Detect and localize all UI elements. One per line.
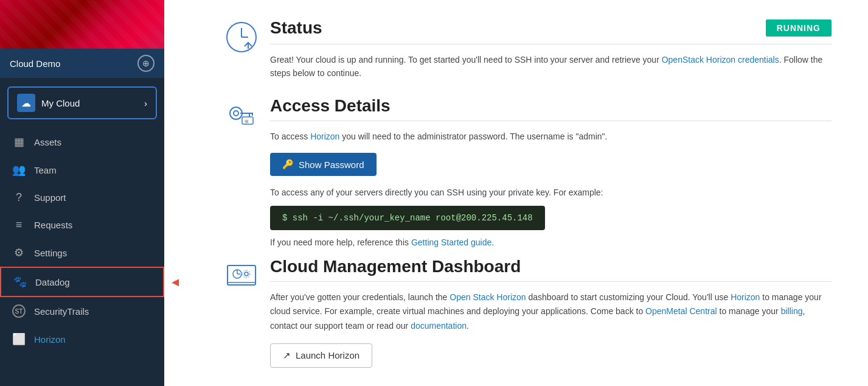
horizon-link2[interactable]: Horizon bbox=[731, 292, 760, 302]
datadog-icon: 🐾 bbox=[13, 275, 27, 289]
svg-point-17 bbox=[245, 272, 248, 276]
requests-label: Requests bbox=[34, 220, 72, 230]
cloud-mgmt-icon-container bbox=[225, 259, 258, 295]
help-text: If you need more help, reference this Ge… bbox=[270, 237, 832, 247]
arrow-indicator: ◄ bbox=[169, 275, 181, 289]
access-keys-icon: ⊞ bbox=[225, 99, 258, 132]
my-cloud-label: My Cloud bbox=[41, 98, 80, 108]
my-cloud-button[interactable]: ☁ My Cloud › bbox=[7, 86, 157, 119]
access-icon-container: ⊞ bbox=[225, 99, 258, 134]
show-password-label: Show Password bbox=[299, 160, 364, 170]
sidebar-item-settings[interactable]: ⚙ Settings bbox=[0, 239, 164, 267]
billing-link[interactable]: billing bbox=[781, 306, 803, 316]
open-stack-link[interactable]: Open Stack Horizon bbox=[450, 292, 526, 302]
securitytrails-label: SecurityTrails bbox=[34, 306, 89, 317]
ssh-command-block: $ ssh -i ~/.ssh/your_key_name root@200.2… bbox=[270, 206, 545, 230]
team-icon: 👥 bbox=[12, 163, 26, 177]
running-badge: RUNNING bbox=[766, 19, 832, 37]
settings-icon: ⚙ bbox=[12, 246, 26, 259]
access-description: To access Horizon you will need to the a… bbox=[270, 130, 832, 143]
team-label: Team bbox=[34, 165, 57, 175]
svg-point-18 bbox=[243, 270, 250, 278]
cloud-demo-icon: ⊕ bbox=[137, 55, 155, 72]
ssh-command-text: $ ssh -i ~/.ssh/your_key_name root@200.2… bbox=[282, 213, 533, 223]
settings-label: Settings bbox=[34, 248, 67, 258]
sidebar-item-assets[interactable]: ▦ Assets bbox=[0, 128, 164, 156]
requests-icon: ≡ bbox=[12, 219, 26, 231]
access-details-header: Access Details bbox=[270, 96, 832, 121]
sidebar-header-image bbox=[0, 0, 164, 49]
ssh-description: To access any of your servers directly y… bbox=[270, 186, 832, 199]
assets-icon: ▦ bbox=[12, 135, 26, 149]
sidebar-item-team[interactable]: 👥 Team bbox=[0, 156, 164, 184]
chevron-right-icon: › bbox=[144, 98, 147, 108]
horizon-label: Horizon bbox=[34, 334, 66, 345]
sidebar-item-securitytrails[interactable]: ST SecurityTrails bbox=[0, 297, 164, 325]
support-label: Support bbox=[34, 192, 66, 203]
datadog-label: Datadog bbox=[35, 277, 70, 287]
access-details-content: Access Details To access Horizon you wil… bbox=[270, 96, 832, 247]
cloud-management-section: Cloud Management Dashboard After you've … bbox=[225, 257, 832, 368]
main-content: Status RUNNING Great! Your cloud is up a… bbox=[164, 0, 868, 386]
svg-point-8 bbox=[234, 111, 238, 116]
horizon-link[interactable]: Horizon bbox=[310, 132, 339, 141]
cloud-management-content: Cloud Management Dashboard After you've … bbox=[270, 257, 832, 368]
sidebar-item-support[interactable]: ? Support bbox=[0, 184, 164, 211]
cloud-mgmt-icon bbox=[225, 259, 258, 292]
horizon-icon: ⬜ bbox=[12, 332, 26, 346]
show-password-button[interactable]: 🔑 Show Password bbox=[270, 153, 377, 176]
external-link-icon: ↗ bbox=[283, 350, 291, 361]
openmetal-link[interactable]: OpenMetal Central bbox=[645, 306, 717, 316]
status-icon-container bbox=[225, 21, 258, 54]
status-section: Status RUNNING Great! Your cloud is up a… bbox=[225, 18, 832, 93]
sidebar-item-horizon[interactable]: ⬜ Horizon bbox=[0, 325, 164, 353]
status-title: Status bbox=[270, 18, 322, 38]
docs-link[interactable]: documentation bbox=[411, 321, 467, 331]
cloud-mgmt-header: Cloud Management Dashboard bbox=[270, 257, 832, 282]
openstack-link[interactable]: OpenStack Horizon credentials bbox=[662, 55, 779, 65]
status-clock-icon bbox=[225, 21, 258, 54]
sidebar-cloud-demo-header: Cloud Demo ⊕ bbox=[0, 49, 164, 78]
sidebar-item-datadog[interactable]: 🐾 Datadog ◄ bbox=[0, 267, 164, 297]
launch-horizon-label: Launch Horizon bbox=[296, 350, 359, 360]
cloud-mgmt-description: After you've gotten your credentials, la… bbox=[270, 290, 832, 334]
getting-started-link[interactable]: Getting Started guide. bbox=[411, 237, 494, 247]
cloud-icon: ☁ bbox=[17, 94, 35, 112]
status-content: Status RUNNING Great! Your cloud is up a… bbox=[270, 18, 832, 93]
cloud-mgmt-title: Cloud Management Dashboard bbox=[270, 257, 832, 276]
support-icon: ? bbox=[12, 191, 26, 204]
access-details-section: ⊞ Access Details To access Horizon you w… bbox=[225, 96, 832, 247]
status-description: Great! Your cloud is up and running. To … bbox=[270, 53, 832, 80]
key-icon: 🔑 bbox=[282, 159, 294, 170]
assets-label: Assets bbox=[34, 137, 61, 147]
sidebar: Cloud Demo ⊕ ☁ My Cloud › ▦ Assets 👥 Tea… bbox=[0, 0, 164, 386]
svg-text:⊞: ⊞ bbox=[245, 119, 249, 124]
sidebar-item-requests[interactable]: ≡ Requests bbox=[0, 211, 164, 239]
cloud-demo-label: Cloud Demo bbox=[10, 58, 60, 69]
launch-horizon-button[interactable]: ↗ Launch Horizon bbox=[270, 343, 372, 368]
securitytrails-icon: ST bbox=[12, 304, 26, 318]
status-header: Status RUNNING bbox=[270, 18, 832, 44]
access-details-title: Access Details bbox=[270, 96, 832, 116]
